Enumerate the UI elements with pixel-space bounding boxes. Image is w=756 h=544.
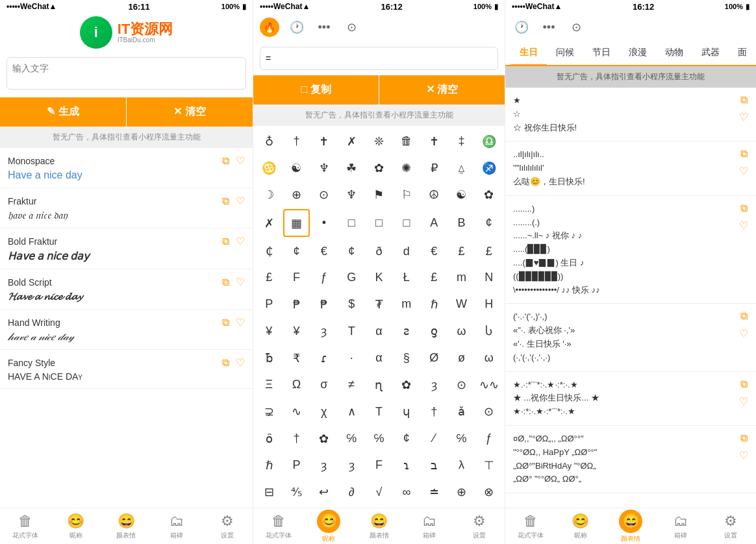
char-cell[interactable]: ¢ <box>283 238 309 264</box>
nav-font-2[interactable]: 🗑 花式字体 <box>253 508 303 544</box>
char-cell[interactable]: ∞ <box>394 480 420 505</box>
char-cell[interactable]: ⊋ <box>256 399 282 425</box>
nav-nickname-1[interactable]: 😊 昵称 <box>51 508 101 544</box>
char-cell[interactable]: † <box>421 399 447 425</box>
char-cell[interactable]: ✝ <box>311 129 337 154</box>
char-cell[interactable]: ℏ <box>421 291 447 317</box>
char-cell[interactable]: € <box>421 238 447 264</box>
char-cell[interactable]: ≠ <box>338 372 364 397</box>
char-cell[interactable]: ☘ <box>338 155 364 180</box>
nav-emoji-2[interactable]: 😄 颜表情 <box>354 508 404 544</box>
char-cell[interactable]: ⊙ <box>311 182 337 208</box>
cat-tab-romance[interactable]: 浪漫 <box>620 42 656 66</box>
char-cell[interactable]: ב <box>421 452 447 478</box>
char-cell[interactable]: T <box>338 318 364 343</box>
char-cell[interactable]: ƨ <box>394 318 420 343</box>
nav-nickname-2[interactable]: 😊 昵称 <box>303 508 353 544</box>
char-cell[interactable]: € <box>311 238 337 264</box>
heart-icon-b1[interactable]: ♡ <box>739 111 748 123</box>
char-cell[interactable]: ↩ <box>311 480 337 505</box>
char-cell[interactable]: ω <box>476 345 502 371</box>
char-cell[interactable]: ⁄ <box>421 426 447 451</box>
copy-icon-monospace[interactable]: ⧉ <box>222 155 229 167</box>
char-cell[interactable]: ¥ <box>256 318 282 343</box>
char-cell[interactable]: ƒ <box>311 266 337 290</box>
record-icon-3[interactable]: ⊙ <box>566 18 586 37</box>
char-cell[interactable]: α <box>366 345 392 371</box>
heart-icon-hand-writing[interactable]: ♡ <box>236 316 245 328</box>
char-cell[interactable]: ⊟ <box>256 480 282 505</box>
nav-input-1[interactable]: 🗂 箱碑 <box>151 508 202 544</box>
char-cell-highlighted[interactable]: ▦ <box>283 209 309 237</box>
char-cell[interactable]: ✿ <box>311 426 337 451</box>
char-cell[interactable]: □ <box>338 209 364 237</box>
char-cell[interactable]: ℅ <box>338 426 364 451</box>
char-cell[interactable]: † <box>283 426 309 451</box>
clock-icon-2[interactable]: 🕐 <box>287 18 307 37</box>
copy-icon-bold-fraktur[interactable]: ⧉ <box>222 236 229 247</box>
char-cell[interactable]: ⍙ <box>448 155 474 180</box>
heart-icon-fraktur[interactable]: ♡ <box>236 195 245 207</box>
char-cell[interactable]: ✿ <box>394 372 420 397</box>
char-cell[interactable]: ♋ <box>256 155 282 180</box>
heart-icon-monospace[interactable]: ♡ <box>236 155 245 167</box>
char-cell[interactable]: B <box>448 209 474 237</box>
char-cell[interactable]: ₽ <box>421 155 447 180</box>
char-cell[interactable]: d <box>394 238 420 264</box>
copy-icon-b2[interactable]: ⧉ <box>740 148 748 160</box>
copy-icon-b6[interactable]: ⧉ <box>740 432 748 444</box>
char-cell[interactable]: 🗑 <box>394 129 420 154</box>
heart-icon-fancy[interactable]: ♡ <box>236 356 245 369</box>
char-cell[interactable]: ⊗ <box>476 480 502 505</box>
char-cell[interactable]: ⚑ <box>366 182 392 208</box>
char-cell[interactable]: £ <box>476 238 502 264</box>
char-text-input[interactable] <box>260 47 498 70</box>
char-cell[interactable]: £ <box>421 266 447 290</box>
char-cell[interactable]: ℏ <box>256 452 282 478</box>
char-cell[interactable]: ƒ <box>476 426 502 451</box>
char-cell[interactable]: χ <box>311 399 337 425</box>
char-cell[interactable]: £ <box>448 238 474 264</box>
char-cell[interactable]: Ł <box>394 266 420 290</box>
char-cell[interactable]: ɾ <box>311 345 337 371</box>
char-cell[interactable]: ⊤ <box>476 452 502 478</box>
char-cell[interactable]: ⚐ <box>394 182 420 208</box>
char-cell[interactable]: ∂ <box>338 480 364 505</box>
char-cell[interactable]: ¢ <box>476 209 502 237</box>
char-cell[interactable]: N <box>476 266 502 290</box>
char-cell[interactable]: ☽ <box>256 182 282 208</box>
char-cell[interactable]: ✗ <box>256 209 282 237</box>
char-cell[interactable]: Ⴑ <box>476 318 502 343</box>
nav-emoji-1[interactable]: 😄 颜表情 <box>101 508 152 544</box>
char-cell[interactable]: ≐ <box>421 480 447 505</box>
char-cell[interactable]: ¢ <box>338 238 364 264</box>
clock-icon-3[interactable]: 🕐 <box>512 18 531 37</box>
char-cell[interactable]: ♎ <box>476 129 502 154</box>
copy-icon-b4[interactable]: ⧉ <box>740 310 748 322</box>
char-cell[interactable]: m <box>448 266 474 290</box>
copy-icon-fraktur[interactable]: ⧉ <box>222 195 229 207</box>
char-cell[interactable]: ☯ <box>448 182 474 208</box>
char-cell[interactable]: ⊕ <box>448 480 474 505</box>
char-cell[interactable]: ∧ <box>338 399 364 425</box>
char-cell[interactable]: ♁ <box>256 129 282 154</box>
heart-icon-b3[interactable]: ♡ <box>739 219 748 232</box>
char-cell[interactable]: F <box>283 266 309 290</box>
char-cell[interactable]: ɳ <box>366 372 392 397</box>
char-cell[interactable]: Ø <box>421 345 447 371</box>
char-cell[interactable]: ƍ <box>421 318 447 343</box>
char-cell[interactable]: F <box>366 452 392 478</box>
heart-icon-b2[interactable]: ♡ <box>739 165 748 177</box>
char-cell[interactable]: P <box>256 291 282 317</box>
char-cell[interactable]: ✿ <box>476 182 502 208</box>
heart-icon-bold-script[interactable]: ♡ <box>236 276 245 288</box>
nav-input-3[interactable]: 🗂 箱碑 <box>656 508 706 544</box>
char-cell[interactable]: · <box>338 345 364 371</box>
copy-button-2[interactable]: □ 复制 <box>253 75 379 105</box>
heart-icon-bold-fraktur[interactable]: ♡ <box>236 235 245 247</box>
char-cell[interactable]: ℅ <box>448 426 474 451</box>
char-cell[interactable]: ∿ <box>283 399 309 425</box>
char-cell[interactable]: ₹ <box>283 345 309 371</box>
nav-input-2[interactable]: 🗂 箱碑 <box>404 508 454 544</box>
char-cell[interactable]: α <box>366 318 392 343</box>
